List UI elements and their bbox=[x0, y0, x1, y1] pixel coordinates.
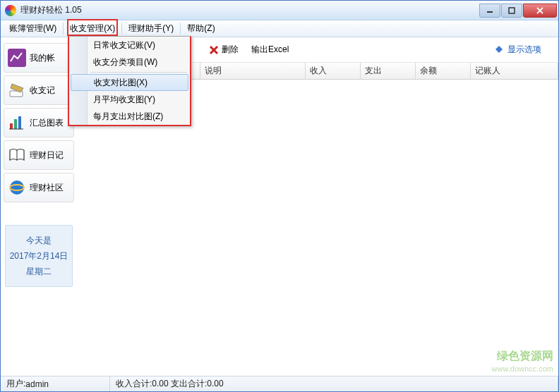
close-button[interactable] bbox=[523, 4, 557, 18]
nav-my-account[interactable]: 我的帐 bbox=[4, 43, 74, 73]
nav-label: 理财社区 bbox=[30, 182, 64, 194]
nav-summary-chart[interactable]: 汇总图表 bbox=[4, 108, 74, 137]
nav-label: 汇总图表 bbox=[30, 117, 64, 129]
date-box: 今天是 2017年2月14日 星期二 bbox=[5, 225, 73, 287]
today-date: 2017年2月14日 bbox=[6, 248, 72, 264]
delete-button[interactable]: 删除 bbox=[208, 44, 239, 56]
col-income[interactable]: 收入 bbox=[306, 63, 361, 79]
delete-icon bbox=[208, 44, 220, 56]
menu-assistant[interactable]: 理财助手(Y) bbox=[123, 20, 179, 37]
menu-income[interactable]: 收支管理(X) bbox=[64, 20, 121, 37]
book-icon bbox=[7, 145, 27, 165]
today-weekday: 星期二 bbox=[6, 264, 72, 279]
export-button[interactable]: 输出Excel bbox=[251, 44, 289, 56]
nav-community[interactable]: 理财社区 bbox=[4, 173, 74, 202]
col-desc[interactable]: 说明 bbox=[200, 63, 306, 79]
display-options-button[interactable]: 显示选项 bbox=[494, 44, 541, 56]
menu-item-monthly-avg[interactable]: 月平均收支图(Y) bbox=[69, 91, 190, 108]
statusbar: 用户: admin 收入合计:0.00 支出合计:0.00 bbox=[1, 376, 558, 391]
menu-item-category[interactable]: 收支分类项目(W) bbox=[69, 54, 190, 71]
titlebar: 理财好轻松 1.05 bbox=[1, 1, 558, 20]
diamond-icon bbox=[494, 44, 505, 56]
nav-label: 收支记 bbox=[30, 85, 55, 97]
svg-rect-1 bbox=[509, 8, 515, 13]
today-label: 今天是 bbox=[6, 233, 72, 248]
pencil-icon bbox=[7, 80, 27, 100]
menu-help[interactable]: 帮助(Z) bbox=[181, 20, 220, 37]
sidebar: 我的帐 收支记 汇总图表 理财日记 理财社区 今天是 2017年2月14日 bbox=[1, 37, 77, 376]
dropdown-menu: 日常收支记账(V) 收支分类项目(W) 收支对比图(X) 月平均收支图(Y) 每… bbox=[68, 36, 191, 126]
svg-rect-8 bbox=[14, 119, 17, 129]
menu-accounts[interactable]: 账簿管理(W) bbox=[4, 20, 62, 37]
svg-rect-7 bbox=[10, 123, 13, 129]
app-icon bbox=[5, 5, 16, 16]
svg-marker-16 bbox=[495, 46, 503, 53]
menu-item-compare[interactable]: 收支对比图(X) bbox=[71, 74, 188, 91]
window-title: 理财好轻松 1.05 bbox=[20, 4, 479, 16]
ie-icon bbox=[7, 178, 27, 197]
menubar: 账簿管理(W) 收支管理(X) 理财助手(Y) 帮助(Z) bbox=[1, 20, 558, 37]
nav-income-record[interactable]: 收支记 bbox=[4, 75, 74, 105]
menu-item-daily[interactable]: 日常收支记账(V) bbox=[69, 37, 190, 54]
col-recorder[interactable]: 记账人 bbox=[471, 63, 558, 79]
nav-label: 理财日记 bbox=[30, 149, 64, 161]
nav-label: 我的帐 bbox=[30, 52, 55, 64]
nav-diary[interactable]: 理财日记 bbox=[4, 140, 74, 170]
svg-point-12 bbox=[10, 180, 24, 195]
status-user: 用户: admin bbox=[1, 376, 110, 391]
minimize-button[interactable] bbox=[479, 4, 500, 18]
status-totals: 收入合计:0.00 支出合计:0.00 bbox=[110, 376, 558, 391]
col-expense[interactable]: 支出 bbox=[361, 63, 416, 79]
svg-rect-9 bbox=[18, 116, 21, 129]
chart-icon bbox=[7, 48, 27, 68]
col-balance[interactable]: 余额 bbox=[416, 63, 471, 79]
maximize-button[interactable] bbox=[501, 4, 522, 18]
menu-item-monthly-expense[interactable]: 每月支出对比图(Z) bbox=[69, 108, 190, 125]
bar-chart-icon bbox=[7, 113, 27, 133]
